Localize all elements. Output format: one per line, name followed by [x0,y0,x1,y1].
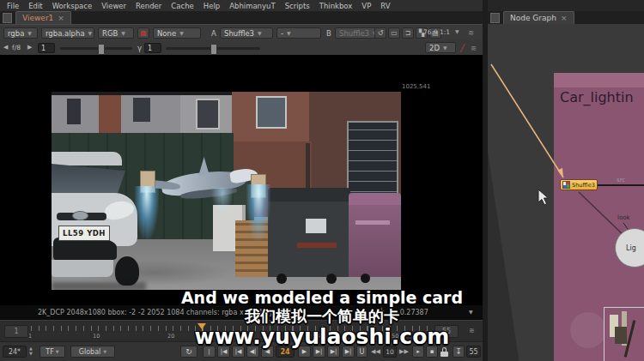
viewer-info-bar: 2K_DCP 2048x1080 bbox: -2 -2 2052 1084 c… [0,305,483,320]
gain-prev-icon[interactable]: ◀ [3,44,8,51]
view-mode-dropdown[interactable]: 2D▼ [425,42,456,53]
viewer-image: LL59 YDH [52,92,401,290]
zoom-ratio[interactable]: 1:1 [440,28,450,36]
menu-cache[interactable]: Cache [171,2,193,10]
tab-viewer1[interactable]: Viewer1 × [15,11,71,24]
car-grille-lower [53,238,117,262]
gamma-slider[interactable] [166,47,260,50]
menu-viewer[interactable]: Viewer [101,2,126,10]
tab-node-graph[interactable]: Node Graph × [503,11,574,24]
menu-file[interactable]: File [7,2,19,10]
play-button[interactable]: ▶ [298,346,311,358]
flipbook-icon[interactable]: ▸ [412,346,424,358]
first-frame-button[interactable]: |◀ [217,346,230,358]
chevron-down-icon[interactable]: ▼ [469,309,473,315]
dumpster-wheel [326,274,337,284]
chevron-down-icon: ▼ [103,349,106,354]
menu-help[interactable]: Help [204,2,220,10]
stop-button[interactable]: | [203,346,216,358]
dumpster-wheel [361,274,370,283]
current-frame-box[interactable]: 24 [276,346,295,358]
pane-menu-icon[interactable] [490,13,500,23]
wipe-icon[interactable]: ╱ [460,44,465,52]
pane-menu-icon[interactable] [3,13,12,23]
zoom-level[interactable]: 76.9 [423,28,438,36]
prev-keyframe-button[interactable]: |◀ [232,346,245,358]
input-a-dropdown[interactable]: Shuffle3▼ [220,27,273,39]
tick-label: 10 [93,333,100,340]
loop-mode-button[interactable]: ↻ [180,346,197,358]
end-frame-box[interactable]: 55 [466,346,481,358]
format-info: 2K_DCP 2048x1080 bbox: -2 -2 2052 1084 c… [38,309,292,316]
channels-dropdown[interactable]: rgba▼ [3,27,38,39]
range-mode-dropdown[interactable]: Global▼ [70,346,115,358]
refresh-icon[interactable]: ↺ [374,27,386,39]
decrement-icon[interactable]: ◀◀ [371,348,380,355]
chevron-down-icon: ▼ [56,349,59,354]
play-reverse-button[interactable]: ◀ [261,346,274,358]
panel-menu-icon[interactable]: ≋ [468,28,474,37]
window [256,96,287,129]
node-graph-canvas[interactable]: Car_lightin Shuffle3 src look Lig [488,24,644,361]
monitor-out-icon[interactable]: ▭ [388,27,400,39]
tick-label: 30 [242,333,249,340]
lock-icon[interactable] [440,347,449,357]
range-out-box[interactable]: 55 [434,325,459,338]
viewer-canvas[interactable]: 1025,541 [0,55,483,305]
viewer-process-dropdown[interactable]: None▼ [153,27,201,39]
shuffle3-node[interactable]: Shuffle3 [560,179,598,190]
last-frame-button[interactable]: ▶| [342,346,355,358]
increment-icon[interactable]: ▶▶ [399,348,409,355]
menu-render[interactable]: Render [136,2,161,10]
input-a-label: A [211,29,216,38]
menu-edit[interactable]: Edit [28,2,42,10]
stop-render-icon[interactable]: ▪ [426,346,438,358]
mouse-cursor [538,189,550,206]
tick-label: 50 [392,333,398,340]
gamma-input[interactable]: 1 [144,43,161,53]
frame-increment-box[interactable]: 10 [383,346,397,358]
menu-abhimanyut[interactable]: AbhimanyuT [229,2,275,10]
chevron-down-icon[interactable]: ▼ [455,28,459,34]
menu-scripts[interactable]: Scripts [285,2,310,10]
gamma-slider-handle[interactable] [210,44,217,55]
close-icon[interactable]: × [561,14,568,22]
gain-slider-handle[interactable] [98,44,105,55]
close-icon[interactable]: × [58,14,64,22]
range-in-box[interactable]: 1 [4,325,28,338]
panel-menu-icon[interactable]: ≋ [471,44,477,52]
window [133,98,150,122]
step-forward-button[interactable]: ▶| [313,346,325,358]
display-mode-dropdown[interactable]: RGB▼ [98,27,134,39]
fps-box[interactable]: 24* [3,346,27,358]
playback-u-button[interactable]: U [356,346,368,358]
menu-rv[interactable]: RV [380,2,390,10]
chevron-down-icon: ▼ [287,30,291,36]
thruster-glow-left [135,186,159,239]
window [67,99,81,124]
shuffle3-node-label: Shuffle3 [572,182,595,189]
wipe-mode-dropdown[interactable]: -▼ [276,27,321,39]
pointer-icon[interactable]: ↧ [453,346,465,358]
panel-menu-icon[interactable]: ≋ [469,327,475,334]
alpha-channel-dropdown[interactable]: rgba.alpha▼ [41,27,94,39]
ruler-track[interactable] [31,326,434,331]
gain-slider[interactable] [60,47,132,50]
fstop-label[interactable]: f/8 [12,44,21,51]
menu-thinkbox[interactable]: Thinkbox [319,2,353,10]
proxy-icon[interactable]: ⊐ [402,27,414,39]
gamma-label: γ [137,44,142,52]
menu-workspace[interactable]: Workspace [52,2,92,10]
menu-vp[interactable]: VP [361,2,371,10]
roi-icon[interactable]: ▩ [137,27,149,39]
fps-stepper[interactable]: ▲▼ [29,346,33,356]
step-back-button[interactable]: ◀| [246,346,259,358]
chevron-down-icon: ▼ [121,30,125,36]
tf-dropdown[interactable]: TF▼ [39,346,65,358]
next-keyframe-button[interactable]: ▶| [327,346,340,358]
luma-readout: L: 0.27387 [392,309,428,316]
timeline-ruler[interactable]: 1 1 10 20 30 40 50 55 55 ≋ [0,320,483,342]
gain-input[interactable]: 1 [38,43,55,53]
gain-next-icon[interactable]: ▶ [27,44,32,51]
tick-label: 40 [317,333,324,340]
